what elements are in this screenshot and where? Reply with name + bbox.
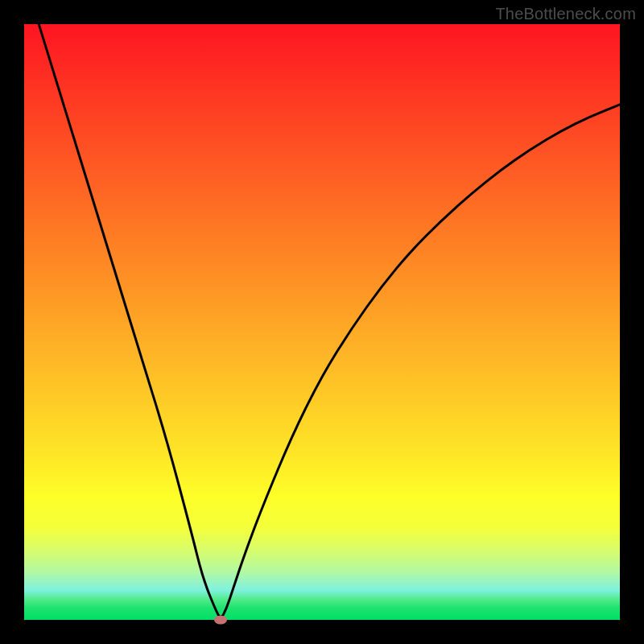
- plot-area: [24, 24, 620, 620]
- watermark-text: TheBottleneck.com: [495, 5, 636, 23]
- optimum-marker: [214, 616, 227, 625]
- curve-path: [24, 0, 620, 617]
- bottleneck-curve: [24, 24, 620, 620]
- chart-frame: TheBottleneck.com: [0, 0, 644, 644]
